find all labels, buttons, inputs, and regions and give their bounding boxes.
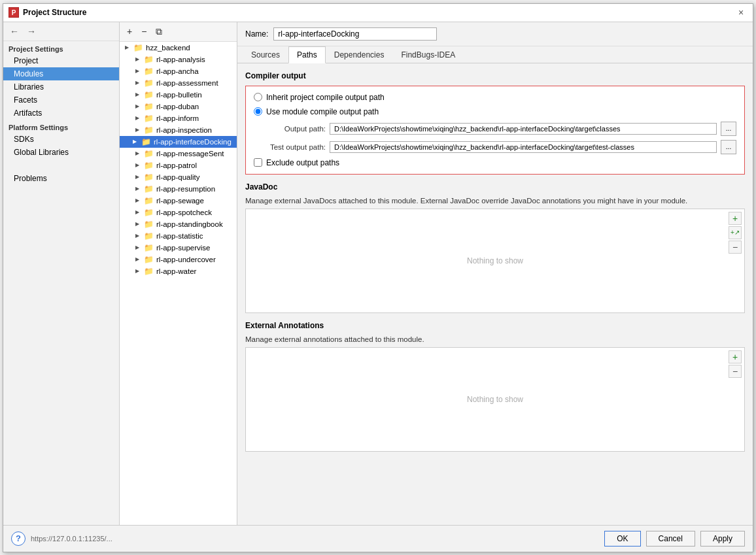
project-settings-header: Project Settings <box>3 41 119 54</box>
footer: ? https://127.0.0.1:11235/... OK Cancel … <box>3 525 753 552</box>
folder-icon: 📁 <box>144 208 154 217</box>
folder-icon: 📁 <box>144 102 154 111</box>
module-item[interactable]: ▶ 📁 rl-app-duban <box>120 101 237 112</box>
add-module-button[interactable]: + <box>124 25 135 38</box>
tab-dependencies[interactable]: Dependencies <box>326 46 393 63</box>
output-path-browse-button[interactable]: ... <box>721 122 736 136</box>
copy-module-button[interactable]: ⧉ <box>152 25 165 39</box>
folder-icon: 📁 <box>141 137 151 146</box>
tab-findbugs[interactable]: FindBugs-IDEA <box>392 46 464 63</box>
output-path-row: Output path: ... <box>254 122 736 136</box>
remove-module-button[interactable]: − <box>138 25 150 38</box>
folder-icon: 📁 <box>144 173 154 182</box>
use-module-radio[interactable] <box>254 107 262 116</box>
sidebar-item-facets[interactable]: Facets <box>3 93 119 107</box>
tabs-row: Sources Paths Dependencies FindBugs-IDEA <box>237 46 753 63</box>
tab-sources[interactable]: Sources <box>243 46 288 63</box>
external-annotations-title: External Annotations <box>245 321 745 330</box>
name-input[interactable] <box>273 27 437 41</box>
folder-icon: 📁 <box>133 43 143 52</box>
status-text: https://127.0.0.1:11235/... <box>31 535 112 543</box>
sidebar-item-modules[interactable]: Modules <box>3 67 119 80</box>
expand-arrow: ▶ <box>135 244 142 250</box>
back-button[interactable]: ← <box>7 25 22 38</box>
test-output-path-input[interactable] <box>330 141 717 153</box>
folder-icon: 📁 <box>144 196 154 205</box>
title-bar-left: P Project Structure <box>9 7 86 18</box>
expand-arrow: ▶ <box>125 44 131 50</box>
module-item[interactable]: ▶ 📁 rl-app-assessment <box>120 77 237 89</box>
ext-annotations-add-button[interactable]: + <box>729 350 742 363</box>
javadoc-nothing-to-show: Nothing to show <box>467 256 523 265</box>
sidebar-item-problems[interactable]: Problems <box>3 172 119 185</box>
inherit-radio[interactable] <box>254 93 262 101</box>
module-item[interactable]: ▶ 📁 rl-app-quality <box>120 171 237 183</box>
output-path-input[interactable] <box>330 123 717 135</box>
expand-arrow: ▶ <box>135 80 142 86</box>
expand-arrow: ▶ <box>135 150 142 156</box>
expand-arrow: ▶ <box>135 256 142 262</box>
module-item[interactable]: ▶ 📁 rl-app-messageSent <box>120 148 237 160</box>
expand-arrow: ▶ <box>135 268 142 274</box>
sidebar-item-global-libraries[interactable]: Global Libraries <box>3 146 119 159</box>
close-button[interactable]: × <box>734 6 747 19</box>
ext-annotations-remove-button[interactable]: − <box>729 365 742 378</box>
javadoc-section: JavaDoc Manage external JavaDocs attache… <box>245 182 745 313</box>
sidebar-item-artifacts[interactable]: Artifacts <box>3 107 119 120</box>
use-module-label[interactable]: Use module compile output path <box>266 107 379 116</box>
tab-paths[interactable]: Paths <box>288 46 326 63</box>
ok-button[interactable]: OK <box>604 531 640 547</box>
apply-button[interactable]: Apply <box>700 531 745 547</box>
module-item[interactable]: ▶ 📁 rl-app-supervise <box>120 242 237 254</box>
right-panel: Name: Sources Paths Dependencies FindBug… <box>237 22 753 525</box>
cancel-button[interactable]: Cancel <box>646 531 695 547</box>
module-list-section: + − ⧉ ▶ 📁 hzz_backend ▶ 📁 rl-app-analysi… <box>120 22 237 525</box>
module-item[interactable]: ▶ 📁 rl-app-inform <box>120 112 237 124</box>
sidebar-item-sdks[interactable]: SDKs <box>3 133 119 146</box>
module-item[interactable]: ▶ 📁 rl-app-sewage <box>120 195 237 207</box>
javadoc-remove-button[interactable]: − <box>729 241 742 254</box>
module-item[interactable]: ▶ 📁 rl-app-inspection <box>120 124 237 136</box>
module-item[interactable]: ▶ 📁 rl-app-standingbook <box>120 218 237 230</box>
folder-icon: 📁 <box>144 114 154 123</box>
exclude-label[interactable]: Exclude output paths <box>266 158 339 167</box>
expand-arrow: ▶ <box>135 197 142 203</box>
folder-icon: 📁 <box>144 184 154 193</box>
module-item-selected[interactable]: ▶ 📁 rl-app-interfaceDocking <box>120 136 237 148</box>
sidebar-item-libraries[interactable]: Libraries <box>3 80 119 93</box>
module-item[interactable]: ▶ 📁 rl-app-patrol <box>120 160 237 171</box>
module-item[interactable]: ▶ 📁 rl-app-analysis <box>120 54 237 65</box>
external-annotations-box: Nothing to show + − <box>245 347 745 452</box>
name-label: Name: <box>245 29 268 39</box>
external-annotations-side-actions: + − <box>729 350 742 378</box>
external-annotations-nothing-to-show: Nothing to show <box>467 395 523 404</box>
folder-icon: 📁 <box>144 126 154 135</box>
sidebar: ← → Project Settings Project Modules Lib… <box>3 22 120 525</box>
expand-arrow: ▶ <box>135 68 142 74</box>
module-item[interactable]: ▶ 📁 hzz_backend <box>120 42 237 54</box>
module-item[interactable]: ▶ 📁 rl-app-statistic <box>120 230 237 242</box>
exclude-checkbox[interactable] <box>254 158 262 167</box>
javadoc-box: Nothing to show + +↗ − <box>245 209 745 313</box>
inherit-label[interactable]: Inherit project compile output path <box>266 93 385 102</box>
sidebar-item-project[interactable]: Project <box>3 54 119 67</box>
module-item[interactable]: ▶ 📁 rl-app-bulletin <box>120 89 237 101</box>
output-path-label: Output path: <box>254 125 326 133</box>
expand-arrow: ▶ <box>135 103 142 109</box>
folder-icon: 📁 <box>144 67 154 76</box>
project-structure-dialog: P Project Structure × ← → Project Settin… <box>3 3 753 552</box>
folder-icon: 📁 <box>144 161 154 170</box>
module-item[interactable]: ▶ 📁 rl-app-ancha <box>120 65 237 77</box>
module-item[interactable]: ▶ 📁 rl-app-water <box>120 265 237 277</box>
expand-arrow: ▶ <box>135 174 142 180</box>
test-output-path-browse-button[interactable]: ... <box>721 140 736 154</box>
forward-button[interactable]: → <box>24 25 39 38</box>
javadoc-add-url-button[interactable]: +↗ <box>729 226 742 239</box>
module-item[interactable]: ▶ 📁 rl-app-undercover <box>120 254 237 265</box>
main-content: ← → Project Settings Project Modules Lib… <box>3 22 753 525</box>
javadoc-add-button[interactable]: + <box>729 212 742 225</box>
module-item[interactable]: ▶ 📁 rl-app-resumption <box>120 183 237 195</box>
help-button[interactable]: ? <box>11 531 26 546</box>
module-item[interactable]: ▶ 📁 rl-app-spotcheck <box>120 207 237 218</box>
app-icon: P <box>9 7 19 18</box>
